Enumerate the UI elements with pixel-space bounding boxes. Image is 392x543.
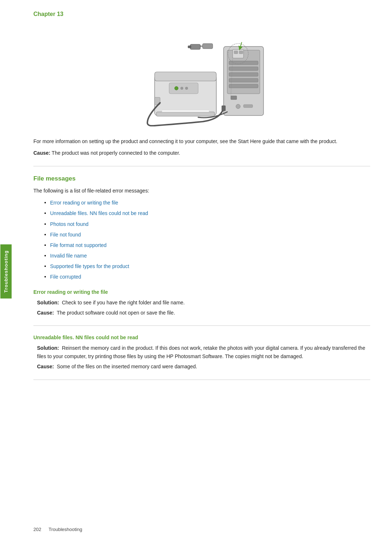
list-item: Unreadable files. NN files could not be …: [44, 209, 370, 218]
error-reading-link[interactable]: Error reading or writing the file: [50, 200, 118, 206]
file-corrupted-link[interactable]: File corrupted: [50, 274, 81, 280]
svg-rect-25: [190, 44, 200, 49]
svg-rect-8: [244, 105, 253, 108]
solution-label-1: Solution:: [37, 300, 59, 305]
file-messages-heading: File messages: [33, 175, 370, 182]
svg-rect-10: [155, 76, 216, 116]
list-item: File corrupted: [44, 272, 370, 281]
unreadable-files-solution-text: Reinsert the memory card in the product.…: [37, 345, 365, 359]
main-content: Chapter 13: [12, 0, 392, 543]
intro-cause-line: Cause: The product was not properly conn…: [33, 149, 370, 157]
sidebar: Troubleshooting: [0, 0, 12, 543]
file-messages-section: File messages The following is a list of…: [33, 175, 370, 282]
svg-rect-26: [188, 46, 191, 48]
list-item: Invalid file name: [44, 251, 370, 260]
unreadable-files-cause-text: Some of the files on the inserted memory…: [57, 364, 197, 369]
list-item: Photos not found: [44, 220, 370, 229]
svg-rect-9: [231, 96, 237, 100]
svg-point-17: [185, 87, 188, 90]
svg-rect-13: [162, 110, 209, 112]
error-reading-heading: Error reading or writing the file: [33, 289, 370, 295]
svg-point-16: [180, 87, 183, 90]
invalid-file-name-link[interactable]: Invalid file name: [50, 253, 87, 259]
illustration-area: [33, 25, 370, 126]
cause-label-intro: Cause:: [33, 150, 50, 156]
list-item: Supported file types for the product: [44, 262, 370, 271]
file-not-found-link[interactable]: File not found: [50, 232, 81, 238]
footer: 202 Troubleshooting: [12, 527, 392, 532]
solution-label-2: Solution:: [37, 345, 59, 351]
svg-rect-22: [234, 51, 238, 54]
error-reading-section: Error reading or writing the file Soluti…: [33, 289, 370, 317]
file-messages-intro: The following is a list of file-related …: [33, 187, 370, 195]
supported-file-types-link[interactable]: Supported file types for the product: [50, 263, 129, 269]
unreadable-files-cause: Cause: Some of the files on the inserted…: [33, 362, 370, 370]
footer-chapter-name: Troubleshooting: [49, 527, 82, 532]
error-reading-solution: Solution: Check to see if you have the r…: [33, 299, 370, 307]
error-reading-solution-text: Check to see if you have the right folde…: [62, 300, 185, 305]
list-item: File format not supported: [44, 241, 370, 250]
unreadable-files-section: Unreadable files. NN files could not be …: [33, 335, 370, 370]
svg-rect-14: [169, 83, 198, 94]
svg-rect-23: [239, 51, 243, 54]
page-container: Troubleshooting Chapter 13: [0, 0, 392, 543]
cause-label-2: Cause:: [37, 364, 54, 369]
divider-2: [33, 325, 370, 326]
unreadable-files-link[interactable]: Unreadable files. NN files could not be …: [50, 210, 148, 216]
svg-rect-11: [155, 72, 216, 81]
svg-rect-4: [229, 73, 258, 76]
error-reading-cause: Cause: The product software could not op…: [33, 309, 370, 317]
footer-page-number: 202: [33, 527, 41, 532]
list-item: Error reading or writing the file: [44, 198, 370, 207]
error-reading-cause-text: The product software could not open or s…: [57, 310, 175, 316]
sidebar-label: Troubleshooting: [0, 244, 12, 299]
svg-rect-27: [203, 44, 213, 49]
unreadable-files-solution: Solution: Reinsert the memory card in th…: [33, 344, 370, 360]
file-format-link[interactable]: File format not supported: [50, 242, 107, 248]
svg-point-7: [236, 104, 240, 109]
svg-rect-19: [222, 106, 225, 111]
photos-not-found-link[interactable]: Photos not found: [50, 221, 89, 227]
cause-label-1: Cause:: [37, 310, 54, 316]
svg-rect-3: [229, 67, 258, 70]
list-item: File not found: [44, 230, 370, 239]
svg-rect-5: [229, 78, 258, 82]
unreadable-files-heading: Unreadable files. NN files could not be …: [33, 335, 370, 340]
printer-illustration: [126, 25, 278, 126]
intro-paragraph: For more information on setting up the p…: [33, 137, 370, 145]
divider-1: [33, 166, 370, 166]
chapter-label: Chapter 13: [33, 11, 370, 17]
divider-3: [33, 380, 370, 380]
file-messages-list: Error reading or writing the file Unread…: [33, 198, 370, 282]
svg-rect-6: [229, 84, 258, 88]
svg-rect-12: [156, 112, 215, 116]
svg-point-15: [175, 86, 178, 90]
intro-cause-text: The product was not properly connected t…: [52, 150, 180, 156]
